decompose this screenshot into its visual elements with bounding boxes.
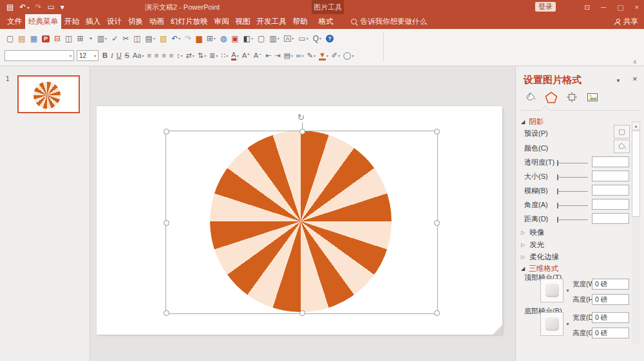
page-setup-icon[interactable]: ▥▾: [95, 34, 109, 43]
insert-table-icon[interactable]: ⊞▾: [205, 34, 218, 43]
share-button[interactable]: 共享: [614, 14, 638, 29]
line-spacing-icon[interactable]: ↕▾: [175, 51, 184, 60]
slide-canvas[interactable]: ↻: [97, 106, 502, 335]
value-input[interactable]: [592, 185, 629, 196]
bottom-bevel-width-input[interactable]: 0 磅: [592, 312, 629, 323]
value-input[interactable]: [592, 199, 629, 210]
tab-animations[interactable]: 动画: [146, 14, 167, 29]
insert-chart-icon[interactable]: ▆▾: [194, 34, 204, 43]
panel-scrollbar[interactable]: ▲: [632, 122, 640, 344]
powerpoint-app-icon[interactable]: P▾: [40, 35, 52, 43]
change-case-icon[interactable]: Aa▾: [131, 51, 145, 60]
close-icon[interactable]: ×: [635, 4, 639, 11]
slider-control[interactable]: [557, 171, 588, 183]
zoom-tool-icon[interactable]: Q▾: [311, 34, 323, 43]
text-box-icon[interactable]: A▾: [282, 35, 296, 43]
redo-icon[interactable]: ↷: [35, 3, 41, 11]
insert-slide-icon[interactable]: ▣▾: [229, 34, 240, 43]
selection-handle-middle-right[interactable]: [434, 220, 440, 226]
section-reflection[interactable]: ▷ 映像: [516, 226, 630, 239]
decrease-font-icon[interactable]: A⁻▾: [252, 51, 263, 60]
qat-more-icon[interactable]: ▾: [61, 3, 64, 11]
paste-icon[interactable]: ▤▾: [144, 34, 157, 43]
spell-check-icon[interactable]: ✓▾: [109, 34, 120, 43]
text-direction-icon[interactable]: ⇅▾: [196, 51, 207, 60]
font-color-icon[interactable]: A▾: [230, 51, 240, 61]
section-soft-edges[interactable]: ▷ 柔化边缘: [516, 250, 630, 263]
italic-icon[interactable]: I▾: [109, 51, 115, 60]
increase-font-icon[interactable]: A⁺▾: [241, 51, 252, 60]
print-icon[interactable]: ⊞▾: [75, 34, 85, 43]
font-name-combo[interactable]: ▾: [5, 50, 74, 61]
decrease-indent-icon[interactable]: ⇤▾: [264, 51, 272, 60]
align-left-icon[interactable]: ≡▾: [146, 51, 152, 60]
sign-in-button[interactable]: 登录: [535, 2, 556, 12]
bold-icon[interactable]: B▾: [101, 51, 109, 60]
redo-ribbon-icon[interactable]: ↷▾: [183, 34, 193, 43]
collapse-ribbon-icon[interactable]: ∧: [632, 59, 637, 65]
numbered-list-icon[interactable]: ≣▾: [208, 51, 219, 60]
selection-handle-top-right[interactable]: [434, 129, 440, 134]
character-spacing-icon[interactable]: ⇄▾: [185, 51, 196, 60]
section-shadow[interactable]: ◢ 阴影: [516, 115, 630, 128]
copy-icon[interactable]: ◫▾: [131, 34, 142, 43]
slider-control[interactable]: [557, 199, 588, 212]
export-icon[interactable]: ⊟▾: [52, 34, 62, 43]
restore-icon[interactable]: ▢: [617, 4, 623, 11]
justify-icon[interactable]: ≡▾: [168, 51, 175, 60]
selection-handle-middle-left[interactable]: [164, 220, 169, 226]
align-center-icon[interactable]: ≡▾: [153, 51, 160, 60]
callout-icon[interactable]: ▭▾: [296, 34, 310, 43]
value-input[interactable]: [592, 171, 629, 181]
selection-handle-bottom-right[interactable]: [434, 310, 440, 316]
slider-control[interactable]: [557, 156, 588, 169]
value-input[interactable]: [592, 213, 629, 224]
shadow-color-button[interactable]: [614, 140, 630, 153]
shape-fill-icon[interactable]: ▼▾: [317, 51, 330, 61]
effects-icon[interactable]: [543, 89, 559, 105]
save-icon[interactable]: ▤: [6, 3, 14, 11]
align-right-icon[interactable]: ≡▾: [160, 51, 167, 60]
cut-icon[interactable]: ✂▾: [120, 34, 131, 43]
paste-special-icon[interactable]: ▤▾: [282, 51, 294, 60]
undo-ribbon-icon[interactable]: ↶▾: [169, 34, 182, 43]
tab-view[interactable]: 视图: [232, 14, 254, 29]
duplicate-icon[interactable]: ◫▾: [63, 34, 74, 43]
font-size-combo[interactable]: 12▾: [77, 50, 99, 61]
ribbon-display-options-icon[interactable]: ⊡: [584, 4, 590, 11]
increase-indent-icon[interactable]: ⇥▾: [273, 51, 281, 60]
bullet-list-icon[interactable]: ∷▾: [220, 51, 229, 60]
undo-icon[interactable]: ↶: [19, 3, 29, 11]
selection-handle-bottom-left[interactable]: [164, 310, 169, 316]
selection-handle-top-left[interactable]: [164, 129, 169, 134]
tab-file[interactable]: 文件: [4, 14, 25, 29]
size-properties-icon[interactable]: [564, 89, 580, 105]
new-file-icon[interactable]: ▢▾: [5, 34, 15, 43]
start-slideshow-icon[interactable]: ▭: [47, 3, 54, 11]
shadow-preset-button[interactable]: ▢: [614, 125, 630, 138]
selection-handle-bottom-center[interactable]: [299, 310, 305, 316]
slide-master-icon[interactable]: ◧▾: [242, 34, 255, 43]
format-painter-icon[interactable]: ▧▾: [158, 34, 169, 43]
strikethrough-icon[interactable]: S▾: [124, 51, 131, 60]
top-bevel-width-input[interactable]: 0 磅: [592, 279, 629, 290]
tab-classic-menu[interactable]: 经典菜单: [25, 14, 61, 29]
save-file-icon[interactable]: ▦▾: [28, 34, 39, 43]
rotation-handle[interactable]: ↻: [298, 113, 305, 122]
tab-transitions[interactable]: 切换: [125, 14, 146, 29]
open-file-icon[interactable]: ▤▾: [16, 34, 27, 43]
fill-line-icon[interactable]: [522, 89, 538, 105]
tab-format[interactable]: 格式: [316, 14, 337, 29]
draw-pen-icon[interactable]: ✎▾: [306, 51, 317, 60]
edit-shape-icon[interactable]: ✐▾: [330, 51, 341, 60]
tab-design[interactable]: 设计: [104, 14, 125, 29]
underline-icon[interactable]: U▾: [115, 51, 123, 60]
tell-me-search[interactable]: 告诉我你想要做什么: [351, 14, 428, 29]
tab-developer[interactable]: 开发工具: [254, 14, 290, 29]
slide-thumbnail-1[interactable]: [17, 75, 80, 113]
tab-review[interactable]: 审阅: [211, 14, 232, 29]
panel-close-icon[interactable]: ×: [632, 74, 638, 84]
section-glow[interactable]: ▷ 发光: [516, 238, 630, 251]
selection-handle-top-center[interactable]: [299, 129, 305, 134]
bottom-bevel-height-input[interactable]: 0 磅: [592, 328, 629, 338]
